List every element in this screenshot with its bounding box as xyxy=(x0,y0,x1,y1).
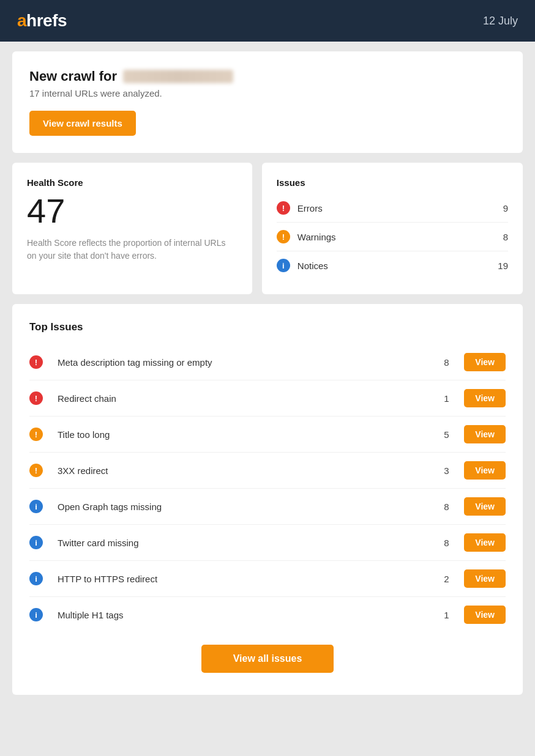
top-issue-row: ! Meta description tag missing or empty … xyxy=(29,344,506,380)
view-issue-button[interactable]: View xyxy=(464,425,506,443)
new-crawl-label: New crawl for xyxy=(29,69,117,84)
view-all-issues-button[interactable]: View all issues xyxy=(201,645,334,673)
top-issue-label: Open Graph tags missing xyxy=(58,502,437,512)
issue-type-icon: ! xyxy=(277,201,290,215)
issue-type-count: 9 xyxy=(503,203,508,213)
logo-text: hrefs xyxy=(26,11,67,30)
view-issue-button[interactable]: View xyxy=(464,569,506,588)
view-issue-button[interactable]: View xyxy=(464,497,506,516)
logo-a: a xyxy=(17,11,26,30)
view-crawl-button[interactable]: View crawl results xyxy=(29,111,136,136)
top-issues-card: Top Issues ! Meta description tag missin… xyxy=(12,304,523,695)
issue-summary-row: i Notices 19 xyxy=(277,251,508,280)
top-issue-label: Twitter card missing xyxy=(58,538,437,548)
new-crawl-title: New crawl for xyxy=(29,69,506,84)
top-issue-count: 2 xyxy=(437,574,455,584)
top-issue-count: 8 xyxy=(437,357,455,368)
health-description: Health Score reflects the proportion of … xyxy=(27,237,238,262)
issue-type-label: Notices xyxy=(297,261,498,271)
top-issue-row: ! Title too long 5 View xyxy=(29,417,506,453)
issue-type-label: Warnings xyxy=(297,232,503,242)
view-issue-button[interactable]: View xyxy=(464,353,506,371)
health-score-number: 47 xyxy=(27,194,238,228)
crawl-subtitle: 17 internal URLs were analyzed. xyxy=(29,88,506,98)
top-issue-label: Meta description tag missing or empty xyxy=(58,357,437,368)
top-issue-count: 8 xyxy=(437,538,455,548)
top-issue-count: 1 xyxy=(437,610,455,620)
top-issue-row: i Open Graph tags missing 8 View xyxy=(29,489,506,525)
app-header: ahrefs 12 July xyxy=(0,0,535,42)
view-all-wrapper: View all issues xyxy=(29,645,506,673)
top-issue-label: Multiple H1 tags xyxy=(58,610,437,620)
top-issue-label: Title too long xyxy=(58,429,437,440)
top-issue-icon: ! xyxy=(29,464,43,477)
issue-type-icon: ! xyxy=(277,230,290,243)
top-issue-icon: i xyxy=(29,608,43,621)
top-issue-row: ! Redirect chain 1 View xyxy=(29,380,506,417)
issue-type-icon: i xyxy=(277,259,290,272)
issues-list: ! Errors 9 ! Warnings 8 i Notices 19 xyxy=(277,194,508,280)
view-issue-button[interactable]: View xyxy=(464,606,506,624)
top-issue-label: 3XX redirect xyxy=(58,465,437,476)
top-issue-label: HTTP to HTTPS redirect xyxy=(58,574,437,584)
top-issue-icon: ! xyxy=(29,355,43,369)
issue-summary-row: ! Warnings 8 xyxy=(277,223,508,251)
top-issue-row: i HTTP to HTTPS redirect 2 View xyxy=(29,561,506,597)
top-issue-row: ! 3XX redirect 3 View xyxy=(29,453,506,489)
issue-type-count: 8 xyxy=(503,232,508,242)
top-issue-label: Redirect chain xyxy=(58,393,437,404)
top-issue-icon: i xyxy=(29,500,43,513)
header-date: 12 July xyxy=(483,15,518,28)
top-issue-icon: ! xyxy=(29,391,43,405)
issue-type-count: 19 xyxy=(498,261,508,271)
top-issue-icon: i xyxy=(29,572,43,585)
top-issue-count: 3 xyxy=(437,465,455,476)
blurred-url xyxy=(123,70,233,83)
new-crawl-card: New crawl for 17 internal URLs were anal… xyxy=(12,51,523,153)
top-issue-row: i Multiple H1 tags 1 View xyxy=(29,597,506,632)
issue-summary-row: ! Errors 9 xyxy=(277,194,508,223)
top-issue-icon: ! xyxy=(29,428,43,441)
top-issue-count: 8 xyxy=(437,502,455,512)
top-issue-count: 5 xyxy=(437,429,455,440)
top-issue-row: i Twitter card missing 8 View xyxy=(29,525,506,561)
top-issue-count: 1 xyxy=(437,393,455,404)
view-issue-button[interactable]: View xyxy=(464,389,506,407)
health-score-card: Health Score 47 Health Score reflects th… xyxy=(12,163,252,294)
top-issues-list: ! Meta description tag missing or empty … xyxy=(29,344,506,632)
health-score-label: Health Score xyxy=(27,177,238,188)
issues-label: Issues xyxy=(277,177,508,188)
issue-type-label: Errors xyxy=(297,203,503,213)
logo: ahrefs xyxy=(17,11,67,31)
view-issue-button[interactable]: View xyxy=(464,461,506,480)
top-issues-title: Top Issues xyxy=(29,321,506,333)
view-issue-button[interactable]: View xyxy=(464,533,506,552)
top-issue-icon: i xyxy=(29,536,43,549)
health-issues-row: Health Score 47 Health Score reflects th… xyxy=(12,163,523,294)
issues-summary-card: Issues ! Errors 9 ! Warnings 8 i Notices… xyxy=(262,163,523,294)
